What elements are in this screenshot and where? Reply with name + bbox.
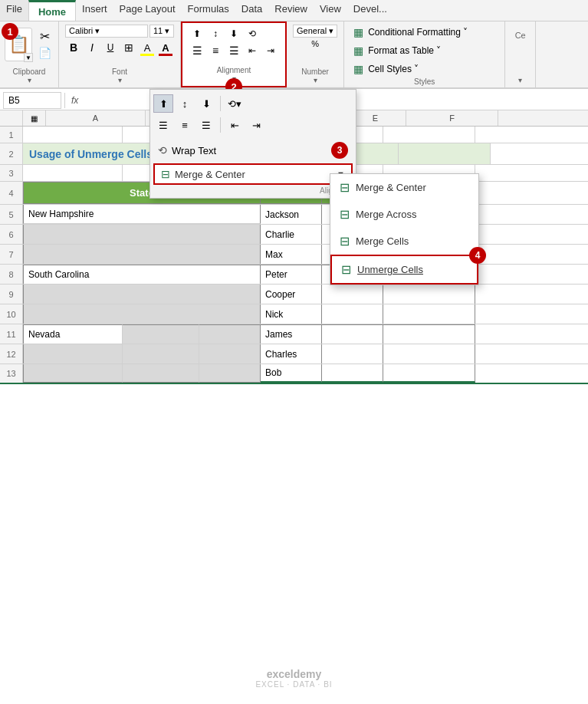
cut-button[interactable]: ✂ xyxy=(35,28,54,44)
cell-a8-south-carolina[interactable]: South Carolina xyxy=(23,265,261,284)
cell-c11[interactable] xyxy=(199,324,261,344)
increase-indent-button[interactable]: ⇥ xyxy=(262,43,279,58)
menu-data[interactable]: Data xyxy=(235,0,268,21)
cell-f13[interactable] xyxy=(383,364,475,383)
cell-a6-merged[interactable] xyxy=(23,225,261,244)
cell-a13[interactable] xyxy=(23,364,123,383)
decrease-indent-button[interactable]: ⇤ xyxy=(244,43,261,58)
cell-f2[interactable] xyxy=(399,143,491,164)
align-middle-icon[interactable]: ↕ xyxy=(175,94,195,113)
cell-c12[interactable] xyxy=(199,344,261,364)
cell-c13[interactable] xyxy=(199,364,261,383)
cell-e12[interactable] xyxy=(322,344,383,364)
cell-e10[interactable] xyxy=(322,304,383,324)
cell-a7-merged[interactable] xyxy=(23,245,261,264)
row-num-5: 5 xyxy=(0,205,23,224)
cell-a3[interactable] xyxy=(23,165,123,181)
cell-styles-button[interactable]: ▦ Cell Styles ˅ xyxy=(350,61,498,77)
menu-home[interactable]: Home xyxy=(28,0,76,21)
cell-f12[interactable] xyxy=(383,344,475,364)
cell-d5[interactable]: Jackson xyxy=(261,205,322,224)
align-top-button[interactable]: ⬆ xyxy=(189,26,205,41)
row-num-12: 12 xyxy=(0,344,23,364)
align-middle-button[interactable]: ↕ xyxy=(207,26,224,41)
align-top-icon[interactable]: ⬆ xyxy=(153,94,173,113)
cell-d13-bob[interactable]: Bob xyxy=(261,364,322,383)
cell-a5-new-hampshire[interactable]: New Hampshire xyxy=(23,205,261,224)
cell-f1[interactable] xyxy=(383,127,475,143)
underline-button[interactable]: U xyxy=(102,39,119,56)
menu-formulas[interactable]: Formulas xyxy=(182,0,235,21)
row-5: 5 New Hampshire Jackson xyxy=(0,205,588,225)
cell-f9[interactable] xyxy=(383,285,475,304)
cell-b11[interactable] xyxy=(123,324,199,344)
number-format-selector[interactable]: General ▾ xyxy=(293,25,337,38)
alignment-section-label: Alignm... xyxy=(153,186,353,195)
cell-d11-james[interactable]: James xyxy=(261,324,322,344)
unmerge-cells-option[interactable]: ⊟ Unmerge Cells 4 xyxy=(330,255,478,285)
merge-cells-label: Merge Cells xyxy=(356,235,409,247)
merge-cells-option[interactable]: ⊟ Merge Cells xyxy=(330,228,478,255)
italic-button[interactable]: I xyxy=(84,39,100,56)
menu-file[interactable]: File xyxy=(0,0,28,21)
align-right-icon[interactable]: ☰ xyxy=(196,116,216,134)
align-bottom-icon[interactable]: ⬇ xyxy=(196,94,216,113)
merge-across-option[interactable]: ⊟ Merge Across xyxy=(330,201,478,228)
cell-f11[interactable] xyxy=(383,324,475,344)
cell-b12[interactable] xyxy=(123,344,199,364)
col-header-f[interactable]: F xyxy=(406,110,498,126)
menu-insert[interactable]: Insert xyxy=(76,0,113,21)
orientation-button[interactable]: ⟲ xyxy=(244,26,261,41)
number-label: Number xyxy=(301,67,329,76)
cell-d7-max[interactable]: Max xyxy=(261,245,322,264)
align-center-button[interactable]: ≡ xyxy=(207,43,224,58)
cell-a11-nevada[interactable]: Nevada xyxy=(23,324,123,344)
cell-e11[interactable] xyxy=(322,324,383,344)
cell-d9-cooper[interactable]: Cooper xyxy=(261,285,322,304)
format-as-table-button[interactable]: ▦ Format as Table ˅ xyxy=(350,42,498,59)
font-group: Calibri ▾ 11 ▾ B I U ⊞ A A Font ▾ xyxy=(59,21,181,87)
cell-e9[interactable] xyxy=(322,285,383,304)
merge-and-center-option[interactable]: ⊟ Merge & Center xyxy=(330,174,478,201)
number-group: General ▾ % Number ▾ xyxy=(287,21,344,87)
font-selector[interactable]: Calibri ▾ xyxy=(65,25,148,38)
bold-button[interactable]: B xyxy=(65,39,82,56)
align-bottom-button[interactable]: ⬇ xyxy=(225,26,242,41)
cell-e13[interactable] xyxy=(322,364,383,383)
align-left-button[interactable]: ☰ xyxy=(189,43,205,58)
align-left-icon[interactable]: ☰ xyxy=(153,116,173,134)
cell-a10-merged[interactable] xyxy=(23,304,261,324)
cell-reference-box[interactable]: B5 xyxy=(3,92,61,109)
increase-indent-icon[interactable]: ⇥ xyxy=(246,116,266,134)
cell-d8-peter[interactable]: Peter xyxy=(261,265,322,284)
cell-a9-merged[interactable] xyxy=(23,285,261,304)
merge-center-button[interactable]: ⊟ Merge & Center ▼ xyxy=(153,163,353,185)
select-all-button[interactable]: ▦ xyxy=(23,110,46,126)
cell-f10[interactable] xyxy=(383,304,475,324)
copy-button[interactable]: 📄 xyxy=(35,45,54,61)
row-6: 6 Charlie xyxy=(0,225,588,245)
wrap-text-button[interactable]: ⟲ Wrap Text 3 xyxy=(153,139,353,162)
row-num-6: 6 xyxy=(0,225,23,244)
cell-d10-nick[interactable]: Nick xyxy=(261,304,322,324)
conditional-formatting-button[interactable]: ▦ Conditional Formatting ˅ xyxy=(350,24,498,41)
col-header-a[interactable]: A xyxy=(46,110,146,126)
cell-d6-charlie[interactable]: Charlie xyxy=(261,225,322,244)
cell-a12[interactable] xyxy=(23,344,123,364)
border-button[interactable]: ⊞ xyxy=(120,39,137,56)
menu-page-layout[interactable]: Page Layout xyxy=(113,0,182,21)
orientation-icon[interactable]: ⟲▾ xyxy=(225,94,245,113)
cell-d12-charles[interactable]: Charles xyxy=(261,344,322,364)
menu-develop[interactable]: Devel... xyxy=(347,0,393,21)
alignment-group: ⬆ ↕ ⬇ ⟲ ☰ ≡ ☰ ⇤ ⇥ 2 Alignment ▾ xyxy=(181,21,287,87)
font-color-button[interactable]: A xyxy=(157,39,174,56)
fill-color-button[interactable]: A xyxy=(139,39,156,56)
menu-view[interactable]: View xyxy=(314,0,347,21)
align-right-button[interactable]: ☰ xyxy=(225,43,242,58)
font-size-selector[interactable]: 11 ▾ xyxy=(149,25,174,38)
decrease-indent-icon[interactable]: ⇤ xyxy=(225,116,245,134)
cell-b13[interactable] xyxy=(123,364,199,383)
align-center-icon[interactable]: ≡ xyxy=(175,116,195,134)
cell-a1[interactable] xyxy=(23,127,123,143)
menu-review[interactable]: Review xyxy=(268,0,314,21)
